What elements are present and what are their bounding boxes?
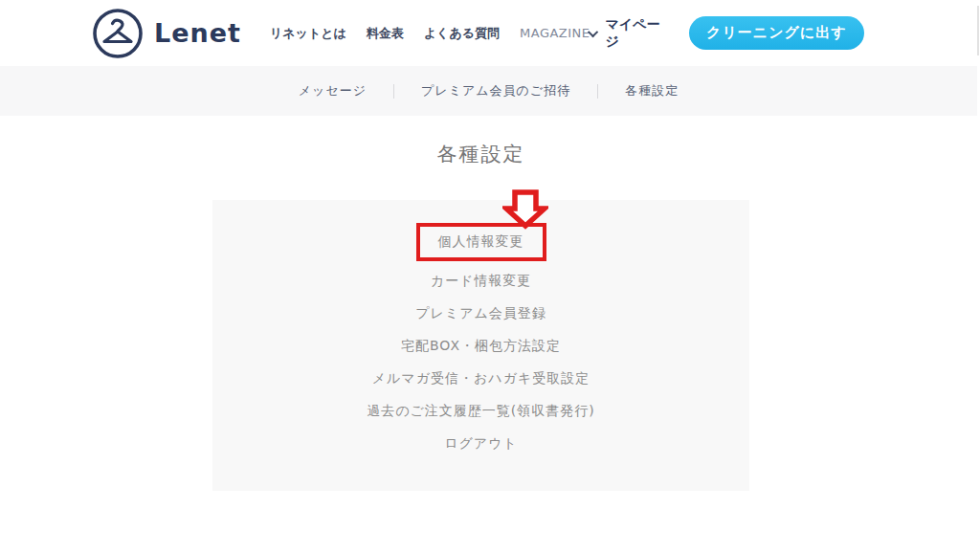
subnav-item-messages[interactable]: メッセージ (299, 82, 367, 100)
main-content: 各種設定 個人情報変更 カード情報変更 プレミアム会員登録 宅配BOX・梱包方法… (212, 141, 749, 491)
settings-menu: 個人情報変更 カード情報変更 プレミアム会員登録 宅配BOX・梱包方法設定 メル… (212, 200, 749, 460)
down-block-arrow-icon (502, 189, 548, 230)
subnav-divider (393, 84, 394, 99)
settings-panel: 個人情報変更 カード情報変更 プレミアム会員登録 宅配BOX・梱包方法設定 メル… (212, 200, 749, 491)
subnav-item-settings[interactable]: 各種設定 (625, 82, 679, 100)
hanger-logo-icon (92, 8, 144, 59)
site-header: Lenet リネットとは 料金表 よくある質問 MAGAZINE マイページ ク… (0, 0, 980, 66)
menu-item-logout[interactable]: ログアウト (212, 428, 749, 460)
main-nav: リネットとは 料金表 よくある質問 MAGAZINE (270, 25, 590, 42)
brand-name: Lenet (154, 20, 241, 46)
subnav-item-premium-invite[interactable]: プレミアム会員のご招待 (421, 82, 570, 100)
nav-item-magazine[interactable]: MAGAZINE (520, 26, 590, 40)
mypage-menu[interactable]: マイページ (590, 16, 673, 51)
brand-logo[interactable]: Lenet (92, 8, 241, 59)
menu-item-order-history[interactable]: 過去のご注文履歴一覧(領収書発行) (212, 395, 749, 428)
subnav: メッセージ プレミアム会員のご招待 各種設定 (0, 66, 977, 116)
nav-item-faq[interactable]: よくある質問 (424, 25, 500, 42)
mypage-label: マイページ (605, 16, 672, 51)
subnav-divider (597, 84, 598, 99)
menu-item-premium-signup[interactable]: プレミアム会員登録 (212, 298, 749, 330)
menu-item-label: 個人情報変更 (438, 233, 524, 251)
nav-item-pricing[interactable]: 料金表 (367, 25, 404, 42)
menu-item-card-info[interactable]: カード情報変更 (212, 265, 749, 298)
menu-item-mail-settings[interactable]: メルマガ受信・おハガキ受取設定 (212, 363, 749, 395)
menu-item-personal-info[interactable]: 個人情報変更 (212, 219, 749, 265)
scrollbar-thumb[interactable] (977, 6, 979, 55)
page-title: 各種設定 (212, 141, 749, 167)
page: Lenet リネットとは 料金表 よくある質問 MAGAZINE マイページ ク… (0, 0, 980, 553)
menu-item-delivery-box[interactable]: 宅配BOX・梱包方法設定 (212, 330, 749, 363)
cta-button[interactable]: クリーニングに出す (689, 16, 864, 50)
nav-item-about[interactable]: リネットとは (270, 25, 346, 42)
